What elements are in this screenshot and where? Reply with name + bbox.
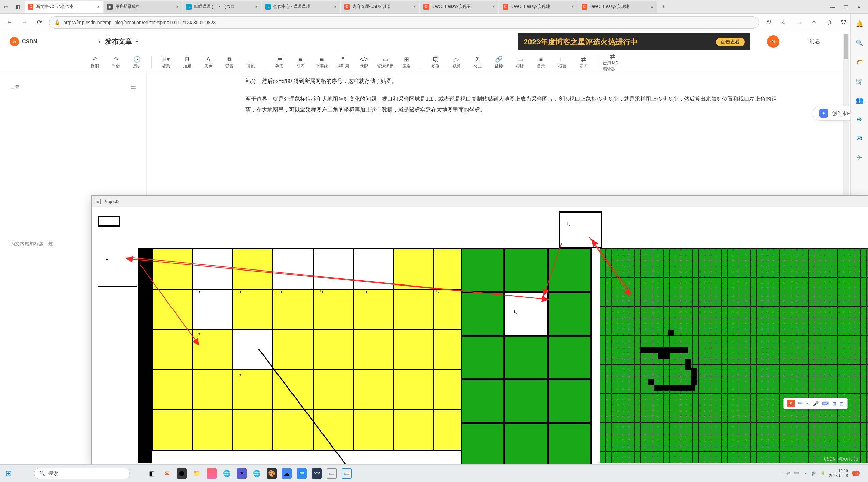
edge-sidebar-item[interactable]: ✉ xyxy=(855,134,864,143)
app-icon[interactable]: ▭ xyxy=(342,468,352,479)
ime-toolbar[interactable]: S 中 •, 🎤 ⌨ ⊞ ⊡ xyxy=(783,398,848,409)
new-tab-button[interactable]: + xyxy=(657,1,670,13)
close-icon[interactable]: × xyxy=(650,4,653,10)
edge-icon[interactable]: 🌐 xyxy=(252,468,262,479)
page-title[interactable]: ‹ 发布文章 ▼ xyxy=(99,37,139,46)
close-icon[interactable]: × xyxy=(571,4,574,10)
read-aloud-icon[interactable]: A⁾ xyxy=(764,17,774,28)
adblock-icon[interactable]: 🛡 xyxy=(839,17,849,28)
back-button[interactable]: ← xyxy=(4,17,14,28)
browser-tab[interactable]: tv哔哩哔哩 ( ゜- ゜)つロ× xyxy=(183,1,261,13)
toolbar-item[interactable]: ▷视频 xyxy=(447,53,466,72)
toolbar-item[interactable]: A颜色 xyxy=(199,53,218,72)
csdn-logo[interactable]: 🐵 CSDN xyxy=(10,37,37,46)
app-icon[interactable]: ▭ xyxy=(327,468,337,479)
close-icon[interactable]: × xyxy=(97,4,100,10)
toc-toggle-icon[interactable]: ☰ xyxy=(131,83,136,91)
ime-mic-icon[interactable]: 🎤 xyxy=(813,401,819,406)
browser-tab[interactable]: CDevC++ easyx实现地× xyxy=(578,1,657,13)
toolbar-item[interactable]: </>代码 xyxy=(355,53,374,72)
toolbar-item[interactable]: ❝块引用 xyxy=(333,53,353,72)
close-icon[interactable]: × xyxy=(176,4,179,10)
edge-sidebar-item[interactable]: 🔔 xyxy=(855,19,864,29)
toolbar-item[interactable]: H▾标题 xyxy=(156,53,176,72)
browser-tab[interactable]: C写文章-CSDN创作中× xyxy=(25,1,103,13)
project2-titlebar[interactable]: ▦ Project2 xyxy=(92,196,868,207)
toolbar-item[interactable]: ≡对齐 xyxy=(291,53,310,72)
mail-icon[interactable]: ✉ xyxy=(162,468,172,479)
user-avatar[interactable]: 🐵 xyxy=(767,35,779,48)
toolbar-item[interactable]: ≣列表 xyxy=(270,53,289,72)
notification-badge[interactable]: 15 xyxy=(852,471,860,476)
start-button[interactable]: ⊞ xyxy=(3,468,14,479)
browser-tab[interactable]: tv创作中心 - 哔哩哔哩× xyxy=(262,1,340,13)
browser-tab[interactable]: ◉用户登录成功× xyxy=(104,1,182,13)
toolbar-item[interactable]: B加粗 xyxy=(178,53,197,72)
toolbar-item[interactable]: □投票 xyxy=(553,53,572,72)
collections-icon[interactable]: ▭ xyxy=(794,17,804,28)
toolbar-item[interactable]: ≡水平线 xyxy=(312,53,331,72)
edge-sidebar-item[interactable]: ✈ xyxy=(855,153,864,162)
scrollbar-thumb[interactable] xyxy=(844,34,848,59)
task-view-icon[interactable]: ◧ xyxy=(147,468,157,479)
toolbar-item[interactable]: …其他 xyxy=(241,53,260,72)
explorer-icon[interactable]: 📁 xyxy=(192,468,202,479)
app-icon[interactable]: ⬢ xyxy=(177,468,187,479)
tab-preview-icon[interactable]: ◧ xyxy=(13,2,23,12)
edge-sidebar-item[interactable]: 👥 xyxy=(855,96,864,105)
browser-tool-icon[interactable]: ⬡ xyxy=(824,17,834,28)
refresh-button[interactable]: ⟳ xyxy=(34,17,44,28)
close-window-icon[interactable]: ✕ xyxy=(857,4,861,10)
edge-sidebar-item[interactable]: ⊕ xyxy=(855,115,864,124)
forward-button[interactable]: → xyxy=(19,17,29,28)
edge-sidebar-item[interactable]: 🏷 xyxy=(855,57,864,67)
toolbar-item[interactable]: Σ公式 xyxy=(468,53,487,72)
browser-tab[interactable]: CDevC++ easyx实现图× xyxy=(420,1,498,13)
banner-button[interactable]: 点击查看 xyxy=(716,38,745,46)
toolbar-item[interactable]: ≡目录 xyxy=(532,53,551,72)
chrome-icon[interactable]: 🌐 xyxy=(222,468,232,479)
toolbar-item[interactable]: ↶撤消 xyxy=(85,53,104,72)
chevron-down-icon[interactable]: ▼ xyxy=(135,39,139,44)
ime-menu-icon[interactable]: ⊡ xyxy=(840,401,844,406)
taskbar-search[interactable]: 🔍 搜索 xyxy=(34,468,130,479)
close-icon[interactable]: × xyxy=(255,4,258,10)
app-icon[interactable] xyxy=(207,468,217,479)
paragraph[interactable]: 部分，然后px=x/80,得到所属网格的序号，这样就存储了贴图。 xyxy=(245,76,783,87)
tray-keyboard-icon[interactable]: ⌨ xyxy=(794,471,799,476)
browser-tab[interactable]: C内容管理-CSDN创作× xyxy=(341,1,419,13)
tab-actions-icon[interactable]: ▭ xyxy=(1,2,11,12)
zoom-icon[interactable]: Zm xyxy=(297,468,307,479)
taskbar-clock[interactable]: 10:29 2023/12/28 xyxy=(829,469,848,478)
toolbar-item[interactable]: ⧉背景 xyxy=(220,53,239,72)
message-link[interactable]: 消息 xyxy=(809,38,820,45)
favorite-icon[interactable]: ☆ xyxy=(779,17,789,28)
chevron-left-icon[interactable]: ‹ xyxy=(99,38,101,45)
devcpp-icon[interactable]: DEV xyxy=(312,468,322,479)
toolbar-item[interactable]: ⊞表格 xyxy=(397,53,416,72)
toolbar-item[interactable]: 🕓历史 xyxy=(128,53,147,72)
tray-volume-icon[interactable]: 🔊 xyxy=(811,471,816,476)
ime-keyboard-icon[interactable]: ⌨ xyxy=(822,401,829,406)
edge-sidebar-item[interactable]: 🔍 xyxy=(855,38,864,48)
address-input[interactable]: 🔒 https://mp.csdn.net/mp_blog/creation/e… xyxy=(49,16,759,29)
toolbar-item[interactable]: 🔗链接 xyxy=(489,53,508,72)
toolbar-item[interactable]: ⇄使用 MD 编辑器 xyxy=(603,53,622,72)
tray-chevron-icon[interactable]: ˄ xyxy=(780,471,782,476)
browser-tab[interactable]: CDevC++ easyx实现地× xyxy=(499,1,578,13)
minimize-icon[interactable]: — xyxy=(830,4,835,10)
toolbar-item[interactable]: 🖼图像 xyxy=(426,53,445,72)
ime-punct-icon[interactable]: •, xyxy=(806,401,809,406)
close-icon[interactable]: × xyxy=(413,4,416,10)
system-tray[interactable]: ˄ ㊥ ⌨ ⫘ 🔊 🔋 10:29 2023/12/28 15 xyxy=(780,469,865,478)
toolbar-item[interactable]: ▭模版 xyxy=(510,53,529,72)
tray-wifi-icon[interactable]: ⫘ xyxy=(804,471,807,476)
tray-lang-icon[interactable]: ㊥ xyxy=(786,471,790,476)
tray-battery-icon[interactable]: 🔋 xyxy=(820,471,825,476)
close-icon[interactable]: × xyxy=(334,4,337,10)
paragraph[interactable]: 至于边界，就是处理鼠标位移和大地图坐标变化的问题。视口和采样区域是1:1，或者说… xyxy=(245,93,783,115)
extensions-icon[interactable]: ✧ xyxy=(809,17,819,28)
ime-tool-icon[interactable]: ⊞ xyxy=(832,401,836,406)
close-icon[interactable]: × xyxy=(492,4,495,10)
app-icon[interactable]: 🎨 xyxy=(267,468,277,479)
